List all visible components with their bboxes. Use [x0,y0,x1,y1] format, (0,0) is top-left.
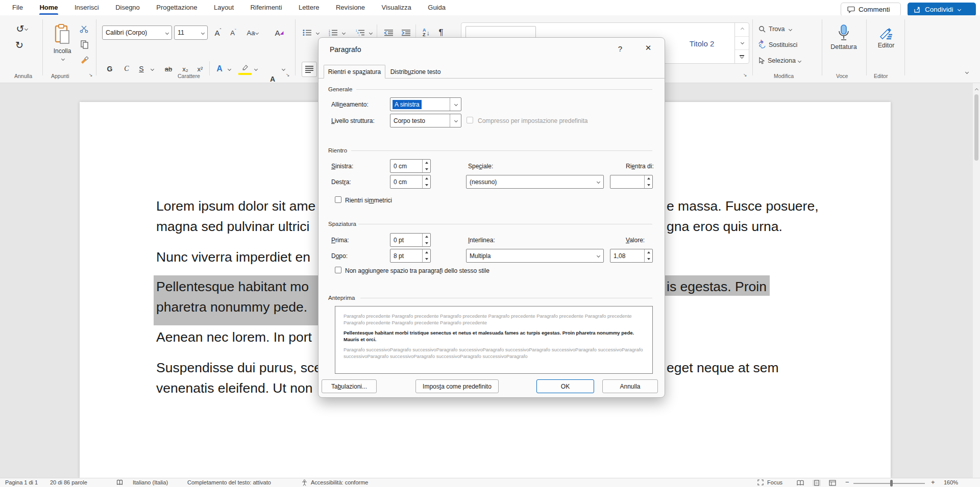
spin-up[interactable] [423,249,430,256]
indent-right-spinner[interactable]: 0 cm [390,175,431,189]
chevron-down-icon[interactable] [450,114,461,127]
indent-left-spinner[interactable]: 0 cm [390,159,431,173]
bullets-chevron[interactable] [314,27,321,38]
font-name-combo[interactable]: Calibri (Corpo) [102,25,172,40]
font-color-chevron[interactable] [280,63,286,74]
set-as-default-button[interactable]: Imposta come predefinito [415,379,499,393]
format-painter-button[interactable] [78,55,91,66]
paste-label[interactable]: Incolla [49,47,76,55]
menu-item-file[interactable]: File [5,0,30,15]
chevron-down-icon[interactable] [592,249,603,262]
italic-button[interactable]: C [121,63,132,74]
multilevel-list-button[interactable]: 1ai [354,27,366,38]
spin-down[interactable] [423,166,430,173]
spin-up[interactable] [423,160,430,166]
grow-font-button[interactable]: Aˆ [211,27,225,38]
font-dialog-launcher[interactable]: ↘ [286,72,290,78]
increase-indent-button[interactable] [399,27,412,38]
underline-button[interactable]: S [137,63,145,74]
change-case-button[interactable]: Aa [244,27,261,38]
cut-button[interactable] [78,24,91,34]
share-button[interactable]: Condividi [908,3,976,16]
menu-item-riferimenti[interactable]: Riferimenti [243,0,289,15]
menu-item-progettazione[interactable]: Progettazione [149,0,204,15]
editor-button[interactable]: Editor [871,20,901,54]
tab-distribuzione-testo[interactable]: Distribuzione testo [385,65,446,79]
replace-button[interactable]: b c Sostituisci [758,40,810,50]
highlight-chevron[interactable] [252,63,258,74]
spin-up[interactable] [423,175,430,182]
paste-button[interactable] [50,21,75,47]
paste-dropdown-chevron[interactable] [58,56,66,61]
clipboard-dialog-launcher[interactable]: ↘ [89,72,93,78]
copy-button[interactable] [78,39,91,49]
collapse-ribbon-chevron[interactable] [961,67,972,76]
spin-up[interactable] [645,175,652,182]
find-button[interactable]: Trova [758,24,804,34]
spin-down[interactable] [645,182,652,189]
underline-dropdown-chevron[interactable] [148,63,155,74]
menu-item-disegno[interactable]: Disegno [108,0,147,15]
menu-item-inserisci[interactable]: Inserisci [67,0,106,15]
zoom-level[interactable]: 160% [944,479,958,485]
help-button[interactable]: ? [615,44,626,53]
line-spacing-combo[interactable]: Multipla [466,249,604,263]
select-button[interactable]: Seleziona [758,56,810,66]
zoom-out-button[interactable]: − [845,478,849,486]
language-indicator[interactable]: Italiano (Italia) [133,479,168,485]
menu-item-home[interactable]: Home [32,0,65,15]
spin-down[interactable] [645,256,652,263]
zoom-slider-track[interactable] [853,483,925,484]
tabs-button[interactable]: Tabulazioni... [322,379,377,393]
chevron-down-icon[interactable] [450,98,461,111]
comments-button[interactable]: Commenti [841,3,901,16]
styles-scroll-down[interactable] [735,37,749,50]
text-effects-chevron[interactable] [226,63,232,74]
spin-down[interactable] [423,240,430,247]
alignment-combo[interactable]: A sinistra [390,97,461,111]
chevron-down-icon[interactable] [592,175,603,188]
bold-button[interactable]: G [105,63,115,74]
spin-up[interactable] [645,249,652,256]
numbering-button[interactable]: 123 [327,27,339,38]
no-space-same-style-checkbox[interactable] [335,267,341,273]
redo-button[interactable]: ↻ [13,39,26,51]
cancel-button[interactable]: Annulla [602,379,658,393]
focus-mode-button[interactable]: Focus [757,479,782,485]
tab-rientri-e-spaziatura[interactable]: Rientri e spaziatura [324,65,385,79]
menu-item-layout[interactable]: Layout [207,0,241,15]
text-completion-indicator[interactable]: Completamento del testo: attivato [187,479,271,485]
decrease-indent-button[interactable] [382,27,395,38]
proofing-icon[interactable] [116,479,123,486]
page-indicator[interactable]: Pagina 1 di 1 [5,479,38,485]
undo-button[interactable]: ↺ [13,22,31,35]
at-spinner[interactable]: 1,08 [610,249,653,263]
font-size-combo[interactable]: 11 [174,25,208,40]
dictate-button[interactable]: Dettatura [828,20,860,54]
indent-by-spinner[interactable] [610,175,653,189]
spin-down[interactable] [423,182,430,189]
text-effects-button[interactable]: A [213,63,226,74]
close-icon[interactable]: ✕ [641,43,655,53]
zoom-in-button[interactable]: + [931,478,935,486]
special-combo[interactable]: (nessuno) [466,175,604,189]
collapsed-by-default-checkbox[interactable] [467,117,473,123]
scroll-up-arrow[interactable] [974,85,978,94]
shrink-font-button[interactable]: Aˇ [227,27,240,38]
ok-button[interactable]: OK [536,379,594,393]
multilevel-chevron[interactable] [367,27,374,38]
read-mode-view-button[interactable] [797,480,804,486]
accessibility-status[interactable]: Accessibilità: conforme [311,479,369,485]
styles-scroll-up[interactable] [735,23,749,37]
strikethrough-button[interactable]: ab [162,63,175,74]
clear-formatting-button[interactable]: A◢ [273,27,286,38]
bullets-button[interactable] [301,27,313,38]
style-item-titolo2[interactable]: Titolo 2 [669,26,734,61]
scrollbar-thumb[interactable] [974,94,978,161]
styles-dialog-launcher[interactable]: ↘ [743,72,747,78]
numbering-chevron[interactable] [340,27,347,38]
align-justify-button[interactable] [302,62,317,77]
menu-item-lettere[interactable]: Lettere [291,0,326,15]
spin-up[interactable] [423,234,430,240]
menu-item-guida[interactable]: Guida [421,0,453,15]
